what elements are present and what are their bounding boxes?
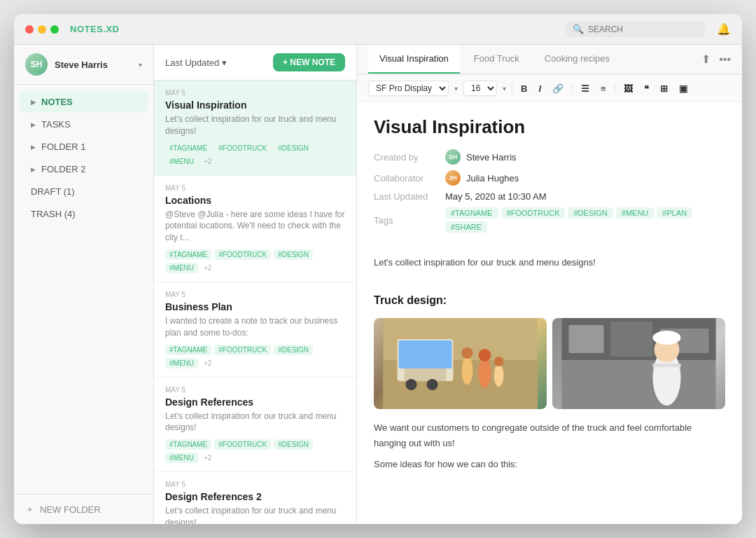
- arrow-icon: ▶: [31, 144, 36, 151]
- body-text-2: Some ideas for how we can do this:: [374, 457, 725, 472]
- tab-visual-inspiration[interactable]: Visual Inspiration: [368, 45, 460, 74]
- notes-scroll[interactable]: MAY 5 Visual Inspiration Let's collect i…: [154, 81, 356, 524]
- quote-button[interactable]: ❝: [641, 82, 652, 95]
- detail-tag: #DESIGN: [568, 207, 612, 219]
- sidebar: SH Steve Harris ▾ ▶ NOTES ▶ TASKS ▶ FOLD…: [14, 45, 154, 524]
- link-button[interactable]: 🔗: [550, 82, 566, 95]
- tag-more: +2: [201, 156, 214, 167]
- app-window: NOTES.XD 🔍 🔔 SH Steve Harris ▾ ▶ NOTE: [14, 14, 742, 524]
- meta-last-updated: Last Updated May 5, 2020 at 10:30 AM: [374, 191, 725, 202]
- sidebar-item-folder2[interactable]: ▶ FOLDER 2: [20, 158, 148, 180]
- svg-point-20: [653, 331, 681, 345]
- note-card-2[interactable]: MAY 5 Locations @Steve @Julia - here are…: [154, 176, 356, 282]
- note-title: Business Plan: [165, 301, 345, 312]
- plus-icon: ＋: [25, 503, 34, 516]
- italic-button[interactable]: I: [536, 82, 544, 95]
- new-folder-label: NEW FOLDER: [40, 504, 101, 515]
- note-tags: #TAGNAME #FOODTRUCK #DESIGN #MENU +2: [165, 345, 345, 368]
- image-button[interactable]: 🖼: [621, 82, 636, 95]
- note-date: MAY 5: [165, 291, 345, 298]
- tab-cooking-recipes[interactable]: Cooking recipes: [533, 45, 621, 74]
- close-button[interactable]: [25, 25, 34, 34]
- detail-tag: #TAGNAME: [445, 207, 498, 219]
- traffic-lights: [25, 25, 59, 34]
- sidebar-item-draft[interactable]: DRAFT (1): [20, 181, 148, 202]
- detail-tabs: Visual Inspiration Food Truck Cooking re…: [357, 45, 742, 74]
- note-preview: Let's collect inspiration for our truck …: [165, 411, 345, 434]
- tag: #DESIGN: [274, 249, 313, 260]
- svg-point-11: [494, 364, 504, 387]
- created-by-label: Created by: [374, 152, 437, 163]
- table-button[interactable]: ⊞: [657, 82, 671, 95]
- arrow-icon: ▶: [31, 121, 36, 128]
- notification-icon[interactable]: 🔔: [717, 22, 731, 36]
- font-family-select[interactable]: SF Pro Display: [368, 81, 449, 96]
- search-bar[interactable]: 🔍: [566, 21, 706, 37]
- arrow-icon: ▶: [31, 99, 36, 106]
- sidebar-item-label: TASKS: [41, 119, 71, 130]
- ordered-list-button[interactable]: ≡: [598, 82, 609, 95]
- sidebar-item-trash[interactable]: TRASH (4): [20, 203, 148, 225]
- body-text: We want our customers to congregate outs…: [374, 420, 725, 451]
- tag-more: +2: [201, 453, 214, 463]
- tag: #MENU: [165, 156, 198, 167]
- detail-title: Visual Inspiration: [374, 116, 725, 138]
- note-date: MAY 5: [165, 89, 345, 97]
- note-date: MAY 5: [165, 184, 345, 192]
- tag: #FOODTRUCK: [214, 249, 271, 260]
- svg-point-7: [462, 357, 473, 385]
- nav-items: ▶ NOTES ▶ TASKS ▶ FOLDER 1 ▶ FOLDER 2 DR…: [14, 85, 153, 494]
- new-note-button[interactable]: + NEW NOTE: [273, 53, 345, 71]
- svg-rect-21: [653, 364, 681, 367]
- bold-button[interactable]: B: [518, 82, 530, 95]
- sidebar-item-tasks[interactable]: ▶ TASKS: [20, 113, 148, 135]
- sidebar-item-label: FOLDER 1: [41, 142, 86, 152]
- collaborator-avatar: JH: [445, 170, 461, 186]
- user-section[interactable]: SH Steve Harris ▾: [14, 45, 153, 85]
- note-title: Visual Inspiration: [165, 99, 345, 111]
- minimize-button[interactable]: [38, 25, 46, 34]
- main-layout: SH Steve Harris ▾ ▶ NOTES ▶ TASKS ▶ FOLD…: [14, 45, 742, 524]
- tag: #MENU: [165, 263, 198, 273]
- tag: #MENU: [165, 358, 198, 368]
- detail-tags: #TAGNAME #FOODTRUCK #DESIGN #MENU #PLAN …: [445, 207, 725, 233]
- note-tags: #TAGNAME #FOODTRUCK #DESIGN #MENU +2: [165, 249, 345, 273]
- tab-food-truck[interactable]: Food Truck: [463, 45, 531, 74]
- embed-button[interactable]: ▣: [676, 82, 690, 95]
- note-card-5[interactable]: MAY 5 Design References 2 Let's collect …: [154, 472, 356, 524]
- unordered-list-button[interactable]: ☰: [578, 82, 592, 95]
- new-folder-button[interactable]: ＋ NEW FOLDER: [14, 494, 153, 524]
- note-card-1[interactable]: MAY 5 Visual Inspiration Let's collect i…: [154, 81, 356, 176]
- tag: #FOODTRUCK: [214, 439, 271, 450]
- meta-tags: Tags #TAGNAME #FOODTRUCK #DESIGN #MENU #…: [374, 207, 725, 233]
- food-truck-inside-image: [552, 318, 725, 409]
- creator-avatar: SH: [445, 149, 461, 165]
- tag-more: +2: [201, 358, 214, 368]
- detail-content[interactable]: Visual Inspiration Created by SH Steve H…: [357, 102, 742, 524]
- sidebar-item-label: DRAFT (1): [31, 186, 75, 197]
- detail-body: Let's collect inspiration for our truck …: [374, 244, 725, 489]
- maximize-button[interactable]: [50, 25, 59, 34]
- more-options-button[interactable]: •••: [719, 53, 731, 66]
- last-updated-value: May 5, 2020 at 10:30 AM: [445, 191, 547, 202]
- sidebar-item-notes[interactable]: ▶ NOTES: [20, 91, 148, 113]
- share-button[interactable]: ⬆: [701, 53, 710, 66]
- svg-rect-3: [399, 340, 452, 368]
- svg-point-9: [479, 357, 491, 388]
- font-size-select[interactable]: 16: [463, 81, 497, 96]
- sidebar-item-folder1[interactable]: ▶ FOLDER 1: [20, 136, 148, 158]
- sort-selector[interactable]: Last Updated ▾: [165, 57, 227, 68]
- tag: #TAGNAME: [165, 143, 211, 153]
- svg-rect-16: [611, 322, 653, 357]
- meta-section: Created by SH Steve Harris Collaborator …: [374, 149, 725, 233]
- note-card-4[interactable]: MAY 5 Design References Let's collect in…: [154, 378, 356, 473]
- detail-panel: Visual Inspiration Food Truck Cooking re…: [357, 45, 742, 524]
- note-tags: #TAGNAME #FOODTRUCK #DESIGN #MENU +2: [165, 439, 345, 463]
- tag: #DESIGN: [274, 439, 313, 450]
- toolbar-separator: [572, 83, 573, 94]
- chevron-icon: ▾: [454, 85, 458, 92]
- tag: #TAGNAME: [165, 439, 211, 450]
- note-card-3[interactable]: MAY 5 Business Plan I wanted to create a…: [154, 282, 356, 378]
- collaborator-value: JH Julia Hughes: [445, 170, 519, 186]
- search-input[interactable]: [588, 25, 699, 34]
